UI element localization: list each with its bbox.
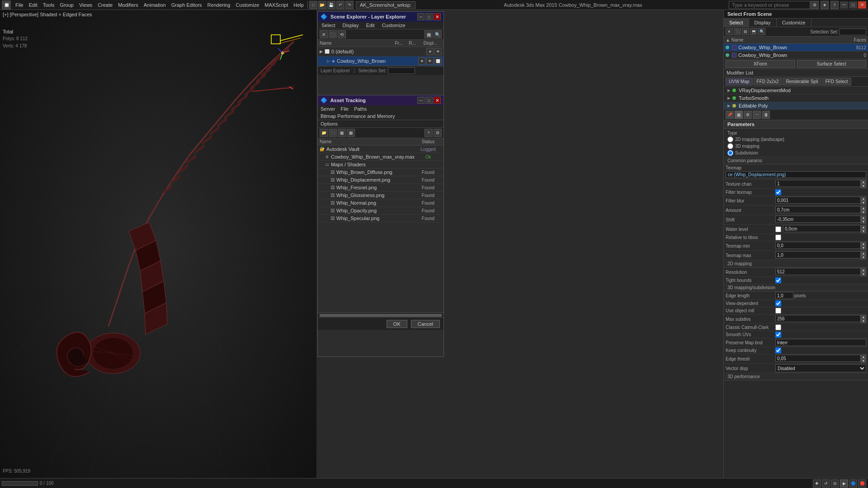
at-tool-2[interactable]: ⬛ — [329, 129, 337, 137]
at-row-specular[interactable]: 🖼 Whip_Specular.png Found — [318, 215, 443, 222]
at-row-opacity[interactable]: 🖼 Whip_Opacity.png Found — [318, 207, 443, 215]
menu-help[interactable]: Help — [291, 1, 307, 9]
viewport[interactable]: [+] [Perspective] Shaded + Edged Faces T… — [0, 10, 316, 478]
icon-btn-1[interactable]: ⚙ — [811, 1, 819, 9]
mapping-2d-header[interactable]: 2D mapping — [724, 260, 868, 267]
mod-tab-spl[interactable]: Renderable Spli — [783, 78, 821, 85]
shift-up[interactable]: ▲ — [861, 216, 866, 220]
at-menu-file[interactable]: File — [338, 105, 351, 113]
at-row-maps-folder[interactable]: 🗂 Maps / Shaders — [318, 161, 443, 169]
texmap-min-up[interactable]: ▲ — [861, 242, 866, 246]
radio-sub-input[interactable] — [727, 150, 733, 156]
tab-display[interactable]: Display — [749, 19, 777, 27]
layer-explorer-close[interactable]: ✕ — [434, 13, 441, 20]
texmap-max-up[interactable]: ▲ — [861, 251, 866, 255]
at-row-fresnel[interactable]: 🖼 Whip_Fresnel.png Found — [318, 184, 443, 192]
at-row-displacement[interactable]: 🖼 Whip_Displacement.png Found — [318, 176, 443, 184]
water-down[interactable]: ▼ — [861, 229, 866, 233]
mod-tab-ffd[interactable]: FFD 2x2x2 — [754, 78, 782, 85]
le-tool-3[interactable]: ⟲ — [338, 30, 346, 38]
water-level-input[interactable] — [783, 225, 861, 232]
texture-chan-input[interactable] — [775, 180, 861, 187]
selection-set-field[interactable] — [839, 28, 866, 35]
menu-edit[interactable]: Edit — [26, 1, 40, 9]
resolution-input[interactable] — [775, 268, 861, 275]
at-tool-1[interactable]: 📁 — [320, 129, 328, 137]
common-params-header[interactable]: Common params — [724, 157, 868, 164]
mod-icon-more[interactable]: ⋯ — [753, 111, 761, 119]
layer-explorer-restore[interactable]: □ — [425, 13, 433, 20]
mapping-3d-header[interactable]: 3D mapping/subdivision — [724, 284, 868, 291]
at-menu-server[interactable]: Server — [318, 105, 338, 113]
obj-action-3[interactable]: ⬜ — [434, 57, 442, 65]
at-tool-help[interactable]: ? — [425, 129, 433, 137]
vector-disp-select[interactable]: Disabled Object space Tangent space — [775, 364, 866, 372]
mod-icon-pin[interactable]: 📌 — [726, 111, 734, 119]
tight-bounds-check[interactable] — [775, 277, 781, 283]
at-tool-settings[interactable]: ⚙ — [434, 129, 442, 137]
mod-tab-ffd-sel[interactable]: FFD Select — [822, 78, 851, 85]
preserve-map-input[interactable] — [775, 339, 866, 346]
bt-snap[interactable]: 🔵 — [849, 479, 857, 488]
le-tool-4[interactable]: ▦ — [425, 30, 433, 38]
toolbar-save[interactable]: 💾 — [327, 1, 335, 9]
le-tool-2[interactable]: ⬛ — [329, 30, 337, 38]
layer-action-2[interactable]: 👁 — [434, 48, 442, 55]
filter-blur-down[interactable]: ▼ — [861, 201, 866, 205]
water-level-check[interactable] — [775, 226, 781, 232]
filter-blur-up[interactable]: ▲ — [861, 197, 866, 201]
tab-select[interactable]: Select — [724, 19, 749, 27]
mod-turbosmooth[interactable]: ▶ TurboSmooth — [724, 94, 868, 102]
selection-set-input[interactable] — [388, 67, 415, 74]
amount-input[interactable] — [775, 206, 861, 213]
toolbar-new[interactable]: □ — [309, 1, 317, 9]
menu-rendering[interactable]: Rendering — [205, 1, 233, 9]
texture-chan-up[interactable]: ▲ — [861, 180, 866, 184]
menu-select[interactable]: Select — [318, 22, 339, 29]
st-btn-1[interactable]: ✕ — [726, 28, 733, 35]
texmap-min-input[interactable] — [775, 242, 861, 249]
at-menu-paths[interactable]: Paths — [351, 105, 369, 113]
menu-file[interactable]: File — [13, 1, 26, 9]
at-row-normal[interactable]: 🖼 Whip_Normal.png Found — [318, 199, 443, 207]
edge-thresh-down[interactable]: ▼ — [861, 359, 866, 363]
menu-group[interactable]: Group — [57, 1, 76, 9]
bt-select[interactable]: ▶ — [840, 479, 848, 488]
scene-obj-1[interactable]: Cowboy_Whip_Brown 8112 — [724, 44, 868, 52]
mod-icon-delete[interactable]: 🗑 — [762, 111, 770, 119]
menu-edit[interactable]: Edit — [363, 22, 378, 29]
toolbar-undo[interactable]: ↶ — [336, 1, 344, 9]
shift-down[interactable]: ▼ — [861, 220, 866, 224]
at-menu-options[interactable]: Options — [318, 120, 340, 127]
edge-thresh-up[interactable]: ▲ — [861, 355, 866, 359]
amount-down[interactable]: ▼ — [861, 210, 866, 214]
tab-customize[interactable]: Customize — [777, 19, 811, 27]
relative-bbox-check[interactable] — [775, 235, 781, 240]
filter-blur-input[interactable] — [775, 197, 861, 204]
at-row-diffuse[interactable]: 🖼 Whip_Brown_Diffuse.png Found — [318, 169, 443, 176]
at-tool-4[interactable]: ▦ — [347, 129, 355, 137]
menu-modifiers[interactable]: Modifiers — [115, 1, 141, 9]
st-btn-2[interactable]: ⬛ — [734, 28, 741, 35]
search-input[interactable] — [729, 1, 810, 9]
edge-length-input[interactable] — [775, 292, 793, 299]
at-tool-3[interactable]: ▦ — [338, 129, 346, 137]
mod-editable-poly[interactable]: ▶ Editable Poly — [724, 102, 868, 110]
st-btn-5[interactable]: 🔍 — [758, 28, 765, 35]
smooth-uvs-check[interactable] — [775, 332, 781, 338]
performance-header[interactable]: 3D performance — [724, 373, 868, 380]
minimize-btn[interactable]: ─ — [840, 1, 848, 9]
st-btn-3[interactable]: ⊞ — [742, 28, 749, 35]
edge-thresh-input[interactable] — [775, 355, 861, 362]
menu-tools[interactable]: Tools — [40, 1, 57, 9]
at-ok-btn[interactable]: OK — [387, 320, 407, 328]
bt-rotate[interactable]: ↺ — [822, 479, 830, 488]
bt-scale[interactable]: ⊟ — [831, 479, 839, 488]
max-subdivs-up[interactable]: ▲ — [861, 315, 866, 319]
layer-action-1[interactable]: ❄ — [426, 48, 434, 55]
shift-input[interactable] — [775, 216, 861, 223]
texmap-min-down[interactable]: ▼ — [861, 246, 866, 250]
params-header[interactable]: Parameters — [724, 120, 868, 129]
at-restore-btn[interactable]: □ — [425, 97, 433, 104]
le-tool-1[interactable]: ✕ — [320, 30, 328, 38]
